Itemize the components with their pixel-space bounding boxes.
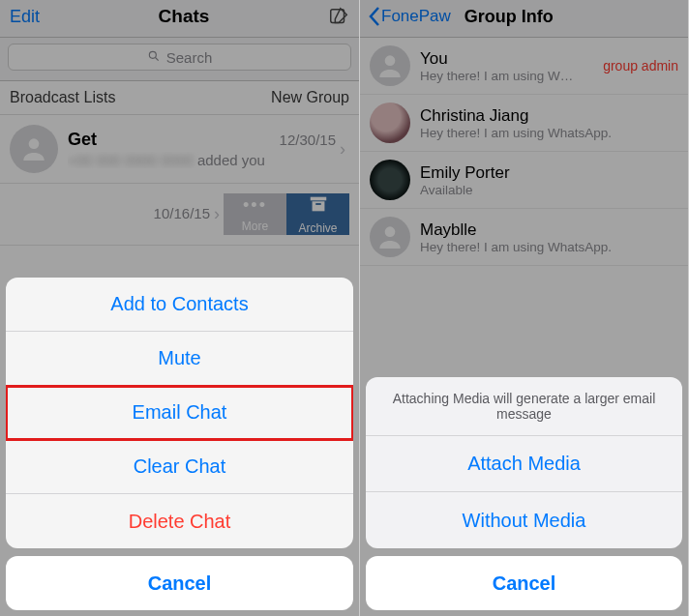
action-sheet: Add to Contacts Mute Email Chat Clear Ch…: [6, 278, 353, 610]
group-info-screen: FonePaw Group Info You Hey there! I am u…: [360, 0, 689, 616]
without-media-button[interactable]: Without Media: [366, 492, 682, 548]
sheet-cancel[interactable]: Cancel: [6, 556, 353, 610]
attach-media-button[interactable]: Attach Media: [366, 436, 682, 492]
sheet-cancel[interactable]: Cancel: [366, 556, 682, 610]
sheet-add-to-contacts[interactable]: Add to Contacts: [6, 278, 353, 332]
sheet-message: Attaching Media will generate a larger e…: [366, 377, 682, 436]
sheet-mute[interactable]: Mute: [6, 332, 353, 386]
sheet-delete-chat[interactable]: Delete Chat: [6, 494, 353, 548]
sheet-email-chat[interactable]: Email Chat: [6, 386, 353, 440]
media-action-sheet: Attaching Media will generate a larger e…: [366, 377, 682, 610]
sheet-clear-chat[interactable]: Clear Chat: [6, 440, 353, 494]
chats-screen: Edit Chats Search Broadcast Lists New Gr…: [0, 0, 360, 616]
